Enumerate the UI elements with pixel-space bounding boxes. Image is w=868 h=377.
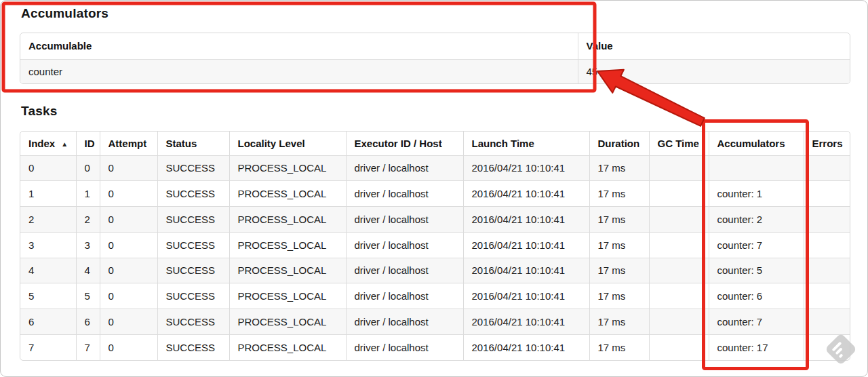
table-cell: driver / localhost <box>346 207 463 233</box>
column-header-index[interactable]: Index▲ <box>20 132 76 155</box>
table-cell: SUCCESS <box>157 232 229 258</box>
table-cell: 6 <box>20 309 76 335</box>
table-row: 110SUCCESSPROCESS_LOCALdriver / localhos… <box>20 181 850 207</box>
table-cell: 17 ms <box>589 207 649 233</box>
table-cell: PROCESS_LOCAL <box>229 258 346 283</box>
table-cell: SUCCESS <box>157 258 229 283</box>
table-cell: driver / localhost <box>346 309 463 335</box>
table-cell: 1 <box>76 181 100 207</box>
table-cell: 2016/04/21 10:10:41 <box>463 181 589 207</box>
table-cell <box>804 181 850 207</box>
table-row: counter45 <box>20 59 850 83</box>
table-cell: 0 <box>100 207 157 233</box>
table-cell: 4 <box>20 258 76 283</box>
table-row: 440SUCCESSPROCESS_LOCALdriver / localhos… <box>20 258 850 283</box>
table-cell <box>649 207 709 233</box>
sort-ascending-icon: ▲ <box>61 140 68 148</box>
column-header-label: Index <box>28 138 55 149</box>
table-cell: 7 <box>76 334 100 360</box>
table-cell: 2016/04/21 10:10:41 <box>463 155 589 181</box>
table-cell: 4 <box>76 258 100 283</box>
accumulable-table-container: Accumulable Value counter45 <box>20 33 850 84</box>
table-cell: 2016/04/21 10:10:41 <box>463 283 589 309</box>
table-cell: counter: 2 <box>709 207 804 233</box>
table-cell: PROCESS_LOCAL <box>229 232 346 258</box>
table-cell <box>649 181 709 207</box>
column-header-errors[interactable]: Errors <box>804 132 850 155</box>
table-cell <box>804 155 850 181</box>
column-header-attempt[interactable]: Attempt <box>100 132 157 155</box>
table-cell: 0 <box>100 334 157 360</box>
column-header-duration[interactable]: Duration <box>589 132 649 155</box>
table-row: 330SUCCESSPROCESS_LOCALdriver / localhos… <box>20 232 850 258</box>
table-cell: 1 <box>20 181 76 207</box>
table-cell: 3 <box>20 232 76 258</box>
accumulable-table: Accumulable Value counter45 <box>20 33 850 83</box>
table-cell: PROCESS_LOCAL <box>229 283 346 309</box>
table-cell: counter: 17 <box>709 334 804 360</box>
table-cell: 6 <box>76 309 100 335</box>
table-cell: 0 <box>100 155 157 181</box>
table-cell: 17 ms <box>589 283 649 309</box>
table-cell: 7 <box>20 334 76 360</box>
table-cell: driver / localhost <box>346 232 463 258</box>
table-cell <box>649 155 709 181</box>
table-cell: driver / localhost <box>346 334 463 360</box>
table-cell: PROCESS_LOCAL <box>229 309 346 335</box>
table-cell: 0 <box>100 309 157 335</box>
table-cell <box>709 155 804 181</box>
table-cell <box>649 283 709 309</box>
table-header-row: Index▲ ID Attempt Status Locality Level … <box>20 132 850 155</box>
table-cell: 17 ms <box>589 334 649 360</box>
table-cell: 3 <box>76 232 100 258</box>
table-row: 770SUCCESSPROCESS_LOCALdriver / localhos… <box>20 334 850 360</box>
table-cell: driver / localhost <box>346 258 463 283</box>
table-cell: PROCESS_LOCAL <box>229 181 346 207</box>
table-cell <box>649 309 709 335</box>
table-row: 000SUCCESSPROCESS_LOCALdriver / localhos… <box>20 155 850 181</box>
table-cell: counter: 7 <box>709 232 804 258</box>
table-row: 220SUCCESSPROCESS_LOCALdriver / localhos… <box>20 207 850 233</box>
table-cell <box>804 258 850 283</box>
table-cell: counter: 1 <box>709 181 804 207</box>
column-header-launch-time[interactable]: Launch Time <box>463 132 589 155</box>
table-cell: 2 <box>76 207 100 233</box>
table-cell: PROCESS_LOCAL <box>229 334 346 360</box>
tasks-section-title: Tasks <box>21 104 57 119</box>
column-header-value[interactable]: Value <box>578 33 850 59</box>
accumulators-section-title: Accumulators <box>21 6 108 21</box>
column-header-accumulable[interactable]: Accumulable <box>20 33 578 59</box>
table-cell: 0 <box>100 181 157 207</box>
table-cell: 0 <box>100 232 157 258</box>
table-cell: 2016/04/21 10:10:41 <box>463 309 589 335</box>
table-cell: driver / localhost <box>346 181 463 207</box>
table-cell: driver / localhost <box>346 283 463 309</box>
table-cell <box>649 232 709 258</box>
table-cell: 17 ms <box>589 258 649 283</box>
table-cell: SUCCESS <box>157 283 229 309</box>
table-cell: SUCCESS <box>157 181 229 207</box>
column-header-gc-time[interactable]: GC Time <box>649 132 709 155</box>
column-header-locality-level[interactable]: Locality Level <box>229 132 346 155</box>
column-header-id[interactable]: ID <box>76 132 100 155</box>
table-cell <box>804 283 850 309</box>
column-header-accumulators[interactable]: Accumulators <box>709 132 804 155</box>
table-cell: 5 <box>76 283 100 309</box>
table-cell: counter: 7 <box>709 309 804 335</box>
column-header-executor-id-host[interactable]: Executor ID / Host <box>346 132 463 155</box>
table-cell: SUCCESS <box>157 207 229 233</box>
table-row: 550SUCCESSPROCESS_LOCALdriver / localhos… <box>20 283 850 309</box>
table-cell <box>804 232 850 258</box>
tasks-table: Index▲ ID Attempt Status Locality Level … <box>20 132 850 360</box>
table-cell: 2016/04/21 10:10:41 <box>463 334 589 360</box>
table-header-row: Accumulable Value <box>20 33 850 59</box>
table-cell: 2 <box>20 207 76 233</box>
column-header-status[interactable]: Status <box>157 132 229 155</box>
table-cell: PROCESS_LOCAL <box>229 207 346 233</box>
table-cell: counter <box>20 59 578 83</box>
table-cell: 5 <box>20 283 76 309</box>
table-cell: 17 ms <box>589 155 649 181</box>
table-cell <box>804 309 850 335</box>
table-cell: PROCESS_LOCAL <box>229 155 346 181</box>
table-cell: 45 <box>578 59 850 83</box>
